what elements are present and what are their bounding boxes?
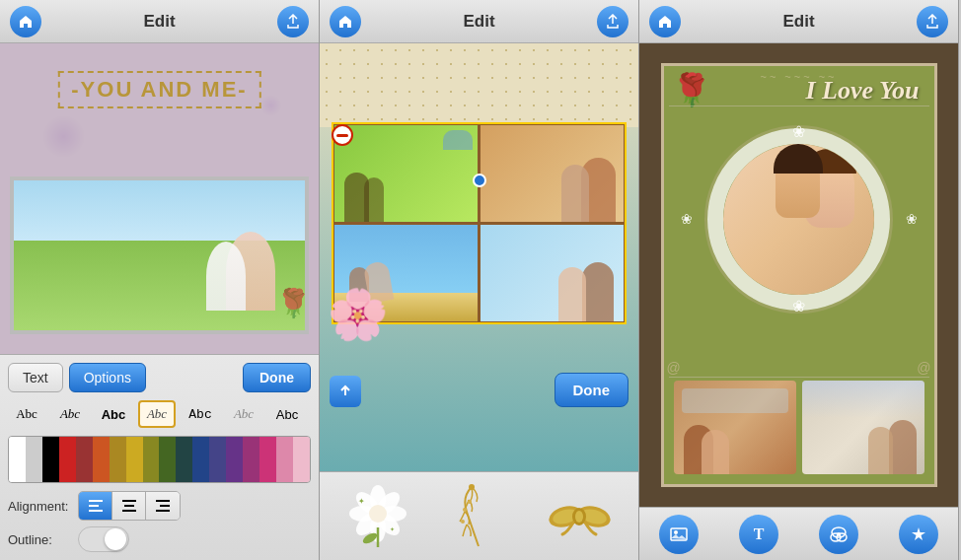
color-purple[interactable] (226, 437, 243, 482)
wreath-area: ❀ ❀ ❀ ❀ (679, 120, 920, 317)
outline-toggle[interactable] (78, 526, 129, 552)
floral-decoration-2: 🌸 (328, 286, 389, 343)
bottom-photo-2[interactable] (802, 381, 924, 474)
resize-handle-bottom[interactable] (473, 174, 486, 187)
deco-line-top (669, 105, 929, 106)
color-violet[interactable] (243, 437, 259, 482)
color-yellow[interactable] (126, 437, 143, 482)
canvas-title-3[interactable]: I Love You (805, 76, 919, 105)
canvas-area-2: 🌸 Done (320, 43, 638, 471)
color-teal[interactable] (176, 437, 192, 482)
align-center-option[interactable] (112, 492, 146, 520)
photos-button-3[interactable] (659, 515, 699, 554)
svg-rect-7 (160, 505, 170, 507)
share-button-1[interactable] (277, 6, 309, 37)
panel-2: Edit (320, 0, 639, 560)
svg-point-25 (461, 520, 465, 524)
font-sample-1[interactable]: Abc (8, 400, 45, 428)
font-sample-4[interactable]: Abc (138, 400, 176, 428)
photo-frame-1 (10, 176, 309, 334)
svg-point-22 (469, 484, 475, 490)
color-orange[interactable] (93, 437, 110, 482)
alignment-label: Alignment: (8, 499, 72, 514)
wreath-flower-left: ❀ (681, 211, 693, 227)
sticker-shelf: ✦ ✦ (320, 471, 638, 560)
panel-3: Edit 🌹 I Love You ~~ ~~~ ~~ (639, 0, 959, 560)
upload-button-2[interactable] (330, 376, 361, 407)
svg-point-24 (463, 508, 467, 512)
toggle-knob (105, 528, 126, 550)
delete-button[interactable] (332, 124, 353, 146)
header-3: Edit (639, 0, 958, 43)
scroll-left-3: @ (667, 360, 681, 376)
align-right-option[interactable] (146, 492, 180, 520)
wreath-ring (707, 128, 890, 311)
font-sample-2[interactable]: Abc (51, 400, 89, 428)
color-darkred[interactable] (76, 437, 93, 482)
bottom-photo-1[interactable] (674, 381, 796, 474)
svg-rect-6 (156, 500, 170, 502)
toolbar-1: Text Options Done Abc Abc Abc Abc Abc Ab… (0, 354, 319, 560)
align-left-option[interactable] (79, 492, 112, 520)
color-white[interactable] (9, 437, 26, 482)
header-title-3: Edit (782, 12, 814, 32)
sticker-gold-bow[interactable] (546, 482, 615, 551)
alignment-group (78, 491, 181, 521)
collage-photo-4[interactable] (480, 225, 624, 321)
home-button-1[interactable] (10, 6, 41, 37)
share-button-2[interactable] (597, 6, 628, 37)
svg-point-33 (674, 530, 678, 534)
header-title-2: Edit (463, 12, 494, 32)
text-button-3[interactable]: T (739, 515, 778, 554)
wreath-flower-bottom: ❀ (792, 297, 805, 315)
done-button-1[interactable]: Done (243, 363, 311, 392)
color-darkyellow[interactable] (110, 437, 126, 482)
color-pink[interactable] (276, 437, 293, 482)
rose-decoration: 🌹 (276, 287, 311, 319)
home-button-3[interactable] (649, 6, 681, 37)
outline-label: Outline: (8, 532, 72, 547)
tab-options-btn[interactable]: Options (69, 363, 146, 392)
wreath-flower-top: ❀ (792, 122, 805, 141)
font-sample-3[interactable]: Abc (95, 400, 132, 428)
color-light-pink[interactable] (293, 437, 310, 482)
sticker-button-3[interactable] (819, 515, 858, 554)
font-sample-5[interactable]: Abc (182, 400, 219, 428)
effects-button-3[interactable] (899, 515, 938, 554)
color-red[interactable] (59, 437, 76, 482)
canvas-inner-3: 🌹 I Love You ~~ ~~~ ~~ (661, 63, 937, 487)
header-2: Edit (320, 0, 638, 43)
wreath-photo[interactable] (723, 143, 874, 296)
color-lightgray[interactable] (26, 437, 42, 482)
svg-rect-3 (122, 500, 136, 502)
font-sample-6[interactable]: Abc (225, 400, 262, 428)
photo-placeholder-1 (14, 180, 305, 330)
tab-text-btn[interactable]: Text (8, 363, 63, 392)
svg-rect-0 (89, 500, 103, 502)
share-button-3[interactable] (917, 6, 948, 37)
canvas-text-youandme[interactable]: -YOU AND ME- (57, 71, 260, 108)
sticker-gold-branch[interactable] (444, 482, 513, 551)
color-palette (8, 436, 311, 483)
tab-row-1: Text Options Done (8, 363, 311, 392)
collage-photo-1[interactable] (334, 125, 478, 222)
bottom-toolbar-3: T (639, 507, 958, 560)
color-green[interactable] (159, 437, 176, 482)
color-black[interactable] (42, 437, 59, 482)
home-button-2[interactable] (330, 6, 361, 37)
svg-rect-2 (89, 510, 103, 512)
dotted-paper (320, 43, 638, 127)
svg-text:✦: ✦ (358, 497, 365, 506)
done-button-2[interactable]: Done (554, 373, 629, 407)
font-sample-7[interactable]: Abc (268, 400, 306, 428)
header-title-1: Edit (143, 12, 175, 32)
wreath-flower-right: ❀ (906, 211, 918, 227)
collage-photo-2[interactable] (480, 125, 624, 222)
font-row: Abc Abc Abc Abc Abc Abc Abc (8, 400, 311, 428)
color-blue[interactable] (192, 437, 209, 482)
color-olive[interactable] (143, 437, 160, 482)
alignment-row: Alignment: (8, 491, 311, 521)
color-pink-dark[interactable] (259, 437, 276, 482)
color-indigo[interactable] (209, 437, 226, 482)
sticker-white-flower[interactable]: ✦ ✦ (343, 482, 412, 551)
